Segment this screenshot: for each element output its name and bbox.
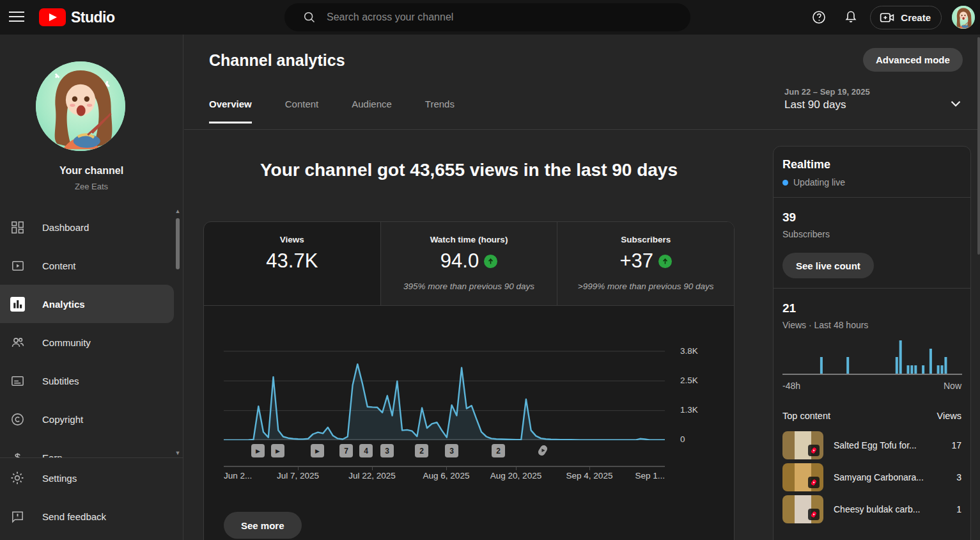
video-views: 3 <box>956 472 961 482</box>
see-more-button[interactable]: See more <box>224 512 302 539</box>
feedback-icon <box>9 508 26 525</box>
metric-note: >999% more than previous 90 days <box>557 282 734 291</box>
realtime-subscriber-count: 39 <box>782 210 961 225</box>
sidebar-menu: DashboardContentAnalyticsCommunitySubtit… <box>0 208 183 457</box>
sidebar-item-label: Copyright <box>42 414 83 425</box>
create-button[interactable]: Create <box>870 6 942 29</box>
list-item[interactable]: Salted Egg Tofu for...17 <box>774 429 970 461</box>
date-preset-label: Last 90 days <box>784 99 870 111</box>
sidebar: Your channel Zee Eats DashboardContentAn… <box>0 35 183 540</box>
sidebar-item-content[interactable]: Content <box>0 246 183 285</box>
see-live-count-button[interactable]: See live count <box>782 253 874 278</box>
x-tick-label: Sep 1... <box>635 471 665 480</box>
sidebar-item-settings[interactable]: Settings <box>0 459 183 497</box>
studio-logo-text: Studio <box>71 9 115 26</box>
account-avatar[interactable] <box>952 6 975 29</box>
sidebar-item-dashboard[interactable]: Dashboard <box>0 208 183 246</box>
sidebar-item-label: Community <box>42 337 91 348</box>
metric-tab-views[interactable]: Views 43.7K <box>204 222 380 305</box>
copyright-icon <box>9 411 26 427</box>
list-item[interactable]: Cheesy buldak carb...1 <box>774 493 970 525</box>
metric-value: +37 <box>619 250 653 273</box>
video-title: Samyang Carbonara... <box>834 472 946 482</box>
sidebar-scrollbar[interactable]: ▲ ▼ <box>174 208 182 457</box>
metric-value: 43.7K <box>204 250 380 273</box>
x-tick-label: Aug 6, 2025 <box>423 471 470 480</box>
video-count-marker[interactable]: 7 <box>339 444 353 457</box>
channel-avatar[interactable] <box>36 61 125 151</box>
tab-trends[interactable]: Trends <box>425 99 455 123</box>
live-dot-icon <box>782 180 788 186</box>
video-count-marker[interactable]: 2 <box>415 444 428 457</box>
notifications-button[interactable] <box>838 4 864 30</box>
advanced-mode-button[interactable]: Advanced mode <box>863 48 963 72</box>
gear-icon <box>9 470 26 486</box>
video-title: Cheesy buldak carb... <box>834 504 946 514</box>
page-title: Channel analytics <box>209 51 345 70</box>
page-scrollbar[interactable] <box>977 35 980 540</box>
shorts-badge-icon <box>808 509 820 520</box>
tab-overview[interactable]: Overview <box>209 99 252 123</box>
metric-tab-subscribers[interactable]: Subscribers +37 >999% more than previous… <box>557 222 734 305</box>
video-thumbnail <box>782 431 823 459</box>
search-input[interactable] <box>327 12 680 23</box>
help-button[interactable] <box>806 4 832 30</box>
sidebar-item-send-feedback[interactable]: Send feedback <box>0 497 183 536</box>
views-line-chart[interactable] <box>224 333 665 440</box>
search-icon <box>302 10 316 24</box>
video-marker-icon[interactable]: ▶ <box>251 444 265 457</box>
sidebar-item-analytics[interactable]: Analytics <box>0 285 174 323</box>
community-icon <box>9 334 26 351</box>
video-count-marker[interactable]: 3 <box>445 444 458 457</box>
metric-value: 94.0 <box>440 250 479 273</box>
earn-icon <box>9 449 26 457</box>
list-item[interactable]: Samyang Carbonara...3 <box>774 461 970 493</box>
scrollbar-thumb[interactable] <box>977 37 980 255</box>
realtime-views-count: 21 <box>782 301 961 315</box>
sidebar-item-label: Settings <box>42 473 77 484</box>
main-content: Channel analytics Advanced mode Overview… <box>184 35 980 540</box>
shorts-badge-icon <box>808 477 820 488</box>
metric-tabs: Views 43.7K Watch time (hours) 94.0 395%… <box>204 222 734 306</box>
search-bar[interactable] <box>284 3 690 31</box>
scroll-down-icon[interactable]: ▼ <box>174 450 182 456</box>
scroll-up-icon[interactable]: ▲ <box>174 208 182 214</box>
video-count-marker[interactable]: 4 <box>359 444 373 457</box>
video-marker-icon[interactable]: ▶ <box>311 444 324 457</box>
y-tick-label: 1.3K <box>680 405 711 415</box>
x-tick-label: Jul 22, 2025 <box>348 471 396 480</box>
scrollbar-thumb[interactable] <box>176 218 180 269</box>
sidebar-item-copyright[interactable]: Copyright <box>0 400 183 438</box>
top-content-list: Salted Egg Tofu for...17Samyang Carbonar… <box>774 429 970 525</box>
analytics-card: Views 43.7K Watch time (hours) 94.0 395%… <box>203 221 735 540</box>
trend-up-icon <box>658 255 672 268</box>
video-publish-markers: ▶▶▶743232 <box>224 444 665 458</box>
tab-audience[interactable]: Audience <box>352 99 392 123</box>
youtube-logo-icon <box>39 8 66 26</box>
studio-logo[interactable]: Studio <box>39 8 115 26</box>
chevron-down-icon[interactable] <box>947 95 964 112</box>
realtime-bar-chart[interactable] <box>782 338 962 375</box>
video-marker-icon[interactable]: ▶ <box>271 444 284 457</box>
shorts-marker-icon[interactable] <box>536 443 550 460</box>
tab-content[interactable]: Content <box>285 99 319 123</box>
video-count-marker[interactable]: 3 <box>380 444 394 457</box>
video-count-marker[interactable]: 2 <box>492 444 505 457</box>
views-column-label: Views <box>937 411 961 421</box>
sidebar-item-subtitles[interactable]: Subtitles <box>0 361 183 400</box>
video-title: Salted Egg Tofu for... <box>834 440 941 450</box>
metric-label: Subscribers <box>557 235 734 244</box>
metric-note: 395% more than previous 90 days <box>381 282 557 291</box>
create-video-icon <box>879 10 895 26</box>
axis-label-end: Now <box>944 381 961 391</box>
hamburger-menu-icon[interactable] <box>9 12 24 23</box>
sidebar-item-earn[interactable]: Earn <box>0 438 183 457</box>
topbar: Studio Create <box>0 0 980 35</box>
youtube-studio-app: Studio Create Your channel Zee Eats Dash… <box>0 0 980 540</box>
sidebar-item-community[interactable]: Community <box>0 323 183 361</box>
x-tick-label: Aug 20, 2025 <box>490 471 541 480</box>
sidebar-item-label: Dashboard <box>42 222 89 233</box>
realtime-title: Realtime <box>782 158 961 171</box>
metric-tab-watch-time[interactable]: Watch time (hours) 94.0 395% more than p… <box>380 222 557 305</box>
date-range-selector[interactable]: Jun 22 – Sep 19, 2025 Last 90 days <box>784 87 870 111</box>
